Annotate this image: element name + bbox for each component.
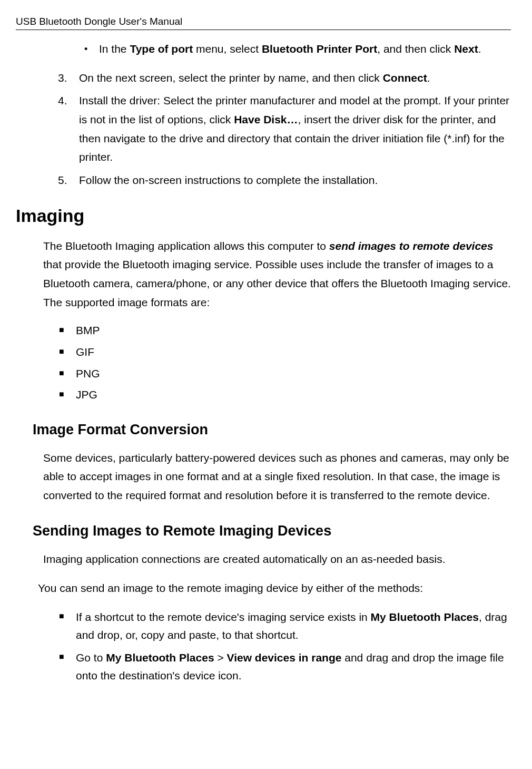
bold-text: Type of port [130,43,193,55]
list-item: ■ GIF [59,344,511,361]
text: Follow the on-screen instructions to com… [79,174,378,186]
page-header: USB Bluetooth Dongle User's Manual [16,16,511,27]
square-bullet-icon: ■ [59,608,76,644]
text: Go to [76,651,106,664]
text: In the [99,43,130,55]
list-item-text: Follow the on-screen instructions to com… [79,171,378,190]
list-item-text: Go to My Bluetooth Places > View devices… [76,649,511,684]
list-item: ■ Go to My Bluetooth Places > View devic… [59,649,511,684]
paragraph: Imaging application connections are crea… [16,550,511,569]
methods-list: ■ If a shortcut to the remote device's i… [16,608,511,684]
bold-text: My Bluetooth Places [106,651,214,664]
square-bullet-icon: ■ [59,649,76,684]
bold-text: Next [454,43,478,55]
text: On the next screen, select the printer b… [79,72,383,84]
list-item: ■ PNG [59,365,511,383]
list-number: 3. [58,69,79,87]
bullet-icon: • [84,41,99,58]
list-item: ■ BMP [59,322,511,339]
list-item-text: If a shortcut to the remote device's ima… [76,608,511,644]
bold-text: Have Disk… [234,113,298,125]
paragraph: The Bluetooth Imaging application allows… [16,237,511,312]
text: The Bluetooth Imaging application allows… [43,240,329,252]
section-heading-imaging: Imaging [16,206,511,226]
bold-text: My Bluetooth Places [371,611,479,623]
header-divider [16,30,511,30]
bold-italic-text: send images to remote devices [329,240,494,252]
list-item-text: GIF [76,344,94,361]
text: menu, select [193,43,262,55]
list-item-text: On the next screen, select the printer b… [79,69,430,87]
list-item: 3. On the next screen, select the printe… [58,69,511,87]
subsection-heading-sending: Sending Images to Remote Imaging Devices [16,523,511,539]
text: . [427,72,430,84]
list-item-text: JPG [76,386,97,404]
list-item: 5. Follow the on-screen instructions to … [58,171,511,190]
square-bullet-icon: ■ [59,365,76,383]
square-bullet-icon: ■ [59,386,76,404]
format-list: ■ BMP ■ GIF ■ PNG ■ JPG [16,322,511,403]
nested-bullet-list: • In the Type of port menu, select Bluet… [16,41,511,58]
subsection-heading-conversion: Image Format Conversion [16,422,511,438]
numbered-list: 3. On the next screen, select the printe… [16,69,511,190]
bold-text: Connect [383,72,427,84]
list-item: ■ JPG [59,386,511,404]
text: > [214,651,227,664]
list-item: 4. Install the driver: Select the printe… [58,91,511,167]
list-item-text: Install the driver: Select the printer m… [79,91,511,167]
text: that provide the Bluetooth imaging servi… [43,258,511,308]
document-page: USB Bluetooth Dongle User's Manual • In … [0,0,532,710]
square-bullet-icon: ■ [59,322,76,339]
list-item-text: In the Type of port menu, select Bluetoo… [99,41,481,58]
list-number: 5. [58,171,79,190]
bold-text: Bluetooth Printer Port [262,43,377,55]
list-item-text: BMP [76,322,100,339]
bold-text: View devices in range [227,651,342,664]
paragraph: You can send an image to the remote imag… [16,579,511,598]
text: . [478,43,481,55]
text: , and then click [377,43,454,55]
square-bullet-icon: ■ [59,344,76,361]
list-item-text: PNG [76,365,100,383]
paragraph: Some devices, particularly battery-power… [16,449,511,505]
list-item: ■ If a shortcut to the remote device's i… [59,608,511,644]
text: If a shortcut to the remote device's ima… [76,611,371,623]
list-number: 4. [58,91,79,167]
list-item: • In the Type of port menu, select Bluet… [84,41,511,58]
